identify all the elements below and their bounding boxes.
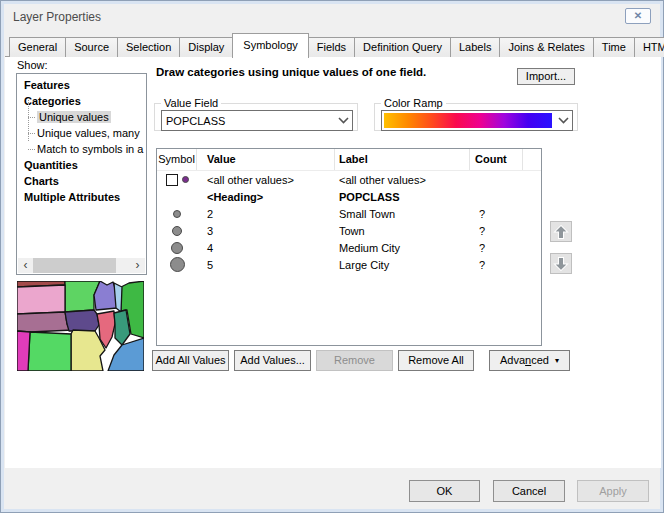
map-state (17, 331, 30, 371)
tree-horizontal-scrollbar[interactable]: ‹ › (18, 258, 145, 273)
instruction-text: Draw categories using unique values of o… (156, 66, 426, 78)
layer-properties-dialog: Layer Properties ✕ General Source Select… (0, 0, 664, 513)
chevron-down-icon (554, 117, 572, 124)
value-field-group: Value Field POPCLASS (154, 103, 358, 131)
close-button[interactable]: ✕ (625, 8, 651, 24)
tree-item-features[interactable]: Features (17, 77, 146, 93)
tab-joins-relates[interactable]: Joins & Relates (499, 37, 593, 57)
point-symbol[interactable] (172, 226, 182, 236)
up-arrow-icon (553, 224, 569, 240)
symbology-table: Symbol Value Label Count <all other valu… (156, 148, 542, 346)
add-values-button[interactable]: Add Values... (234, 350, 311, 371)
add-all-values-button[interactable]: Add All Values (152, 350, 229, 371)
tab-bar: General Source Selection Display Symbolo… (9, 33, 664, 57)
tab-display[interactable]: Display (179, 37, 233, 57)
column-header-label: Label (335, 149, 470, 170)
import-button[interactable]: Import... (517, 68, 575, 85)
map-preview-thumbnail (17, 281, 144, 371)
tab-fields[interactable]: Fields (308, 37, 355, 57)
table-row[interactable]: 3 Town ? (157, 222, 541, 239)
color-ramp-group: Color Ramp (374, 103, 578, 131)
tab-time[interactable]: Time (593, 37, 635, 57)
table-row[interactable]: 5 Large City ? (157, 256, 541, 273)
symbology-tab-page: Show: Features Categories Unique values … (5, 56, 661, 468)
tab-definition-query[interactable]: Definition Query (354, 37, 451, 57)
advanced-button[interactable]: Advanced ▾ (489, 350, 570, 371)
tree-item-unique-values[interactable]: Unique values (17, 109, 146, 125)
apply-button: Apply (577, 480, 649, 502)
scroll-left-icon[interactable]: ‹ (18, 258, 33, 273)
point-symbol[interactable] (170, 257, 185, 272)
color-ramp-combobox[interactable] (381, 110, 573, 131)
tab-labels[interactable]: Labels (450, 37, 500, 57)
value-field-combobox[interactable]: POPCLASS (161, 110, 353, 131)
advanced-label: Advanced (500, 351, 549, 370)
table-row[interactable]: 2 Small Town ? (157, 205, 541, 222)
tab-html-popup[interactable]: HTML Popup (634, 37, 664, 57)
map-state (17, 312, 73, 332)
color-ramp-label: Color Ramp (381, 97, 446, 109)
cancel-button[interactable]: Cancel (493, 480, 565, 502)
remove-all-button[interactable]: Remove All (398, 350, 474, 371)
map-state (28, 332, 71, 371)
table-row[interactable]: 4 Medium City ? (157, 239, 541, 256)
point-symbol[interactable] (171, 242, 183, 254)
tab-symbology[interactable]: Symbology (232, 33, 308, 58)
table-row[interactable]: <all other values> <all other values> (157, 171, 541, 188)
point-symbol[interactable] (173, 210, 181, 218)
column-header-count: Count (470, 149, 523, 170)
tree-item-categories[interactable]: Categories (17, 93, 146, 109)
tree-item-match-symbols[interactable]: Match to symbols in a (17, 141, 146, 157)
map-state (108, 338, 144, 371)
scroll-right-icon[interactable]: › (130, 258, 145, 273)
tree-item-quantities[interactable]: Quantities (17, 157, 146, 173)
tree-item-charts[interactable]: Charts (17, 173, 146, 189)
show-label: Show: (17, 59, 48, 71)
scrollbar-thumb[interactable] (33, 258, 116, 273)
tree-item-multiple-attributes[interactable]: Multiple Attributes (17, 189, 146, 205)
all-other-values-checkbox[interactable] (166, 174, 178, 186)
column-header-symbol: Symbol (157, 149, 197, 170)
tab-source[interactable]: Source (65, 37, 118, 57)
move-up-button[interactable] (550, 221, 572, 242)
ok-button[interactable]: OK (409, 480, 480, 502)
map-state (17, 285, 65, 314)
chevron-down-icon (334, 117, 352, 124)
close-icon: ✕ (634, 10, 642, 21)
color-ramp-swatch (384, 113, 552, 128)
point-symbol[interactable] (182, 176, 189, 183)
table-header: Symbol Value Label Count (157, 149, 541, 171)
column-header-value: Value (197, 149, 335, 170)
tab-selection[interactable]: Selection (117, 37, 180, 57)
table-row[interactable]: <Heading> POPCLASS (157, 188, 541, 205)
remove-button: Remove (316, 350, 393, 371)
tree-item-unique-values-many[interactable]: Unique values, many (17, 125, 146, 141)
down-arrow-icon (553, 256, 569, 272)
value-field-label: Value Field (161, 97, 221, 109)
move-down-button[interactable] (550, 253, 572, 274)
window-title: Layer Properties (13, 10, 101, 24)
map-state (65, 310, 99, 331)
value-field-value: POPCLASS (162, 115, 334, 127)
dropdown-caret-icon: ▾ (555, 357, 559, 365)
show-tree: Features Categories Unique values Unique… (16, 73, 147, 275)
tab-general[interactable]: General (9, 37, 66, 57)
